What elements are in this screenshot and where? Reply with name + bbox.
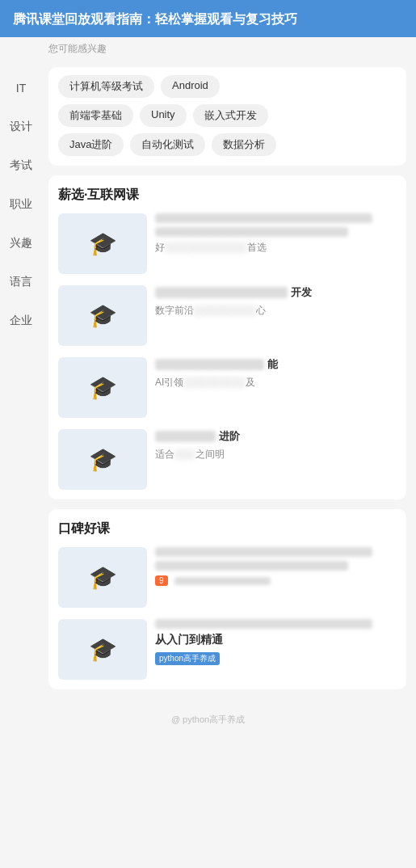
course-badge: 9 bbox=[155, 575, 168, 586]
course-thumbnail: 🎓 bbox=[58, 429, 147, 490]
course-title-suffix: 进阶 bbox=[219, 429, 240, 444]
course-item[interactable]: 🎓 进阶 适合░░░之间明 bbox=[58, 429, 397, 490]
course-info: 从入门到精通 python高手养成 bbox=[155, 619, 397, 665]
tag-computer-exam[interactable]: 计算机等级考试 bbox=[58, 75, 154, 98]
watermark: @ python高手养成 bbox=[0, 707, 416, 732]
subtitle-bar: 您可能感兴趣 bbox=[0, 37, 416, 59]
course-desc: 数字前沿░░░░░░░░░心 bbox=[155, 304, 397, 318]
course-item[interactable]: 🎓 开发 数字前沿░░░░░░░░░心 bbox=[58, 285, 397, 346]
sidebar-item-it[interactable]: IT bbox=[0, 69, 42, 107]
course-title-bar bbox=[155, 359, 264, 370]
salary-section: 薪选·互联网课 🎓 好░░░░░░░░░░░░首选 🎓 bbox=[48, 175, 406, 499]
course-desc: AI引领░░░░░░░░░及 bbox=[155, 376, 397, 390]
course-title-bar bbox=[155, 287, 288, 298]
course-thumb-icon: 🎓 bbox=[89, 374, 117, 401]
tag-frontend[interactable]: 前端零基础 bbox=[58, 104, 133, 127]
tag-row-3: Java进阶 自动化测试 数据分析 bbox=[58, 133, 397, 156]
sidebar-item-exam[interactable]: 考试 bbox=[0, 146, 42, 185]
course-title-bar bbox=[155, 619, 372, 629]
course-thumb-icon: 🎓 bbox=[89, 302, 117, 329]
course-item[interactable]: 🎓 9 bbox=[58, 547, 397, 608]
tag-android[interactable]: Android bbox=[161, 75, 220, 98]
course-title-row: 能 bbox=[155, 357, 397, 372]
sidebar-item-career[interactable]: 职业 bbox=[0, 185, 42, 224]
course-title-row: 进阶 bbox=[155, 429, 397, 444]
course-thumb-icon: 🎓 bbox=[89, 564, 117, 591]
header-banner: 腾讯课堂回放观看指南：轻松掌握观看与复习技巧 bbox=[0, 0, 416, 37]
popular-section-title: 口碑好课 bbox=[58, 520, 397, 537]
course-title-suffix: 能 bbox=[267, 357, 278, 372]
course-thumb-icon: 🎓 bbox=[89, 636, 117, 663]
sidebar-item-hobby[interactable]: 兴趣 bbox=[0, 224, 42, 263]
salary-section-title: 薪选·互联网课 bbox=[58, 187, 397, 204]
course-item[interactable]: 🎓 能 AI引领░░░░░░░░░及 bbox=[58, 357, 397, 418]
course-badge-row: 9 bbox=[155, 575, 397, 586]
course-info: 能 AI引领░░░░░░░░░及 bbox=[155, 357, 397, 390]
subtitle-text: 您可能感兴趣 bbox=[48, 43, 107, 54]
course-title-bar bbox=[155, 547, 372, 557]
course-thumbnail: 🎓 bbox=[58, 285, 147, 346]
sidebar-item-design[interactable]: 设计 bbox=[0, 107, 42, 146]
sidebar: IT 设计 考试 职业 兴趣 语言 企业 bbox=[0, 59, 42, 707]
course-info: 9 bbox=[155, 547, 397, 586]
tag-automation[interactable]: 自动化测试 bbox=[130, 133, 205, 156]
tag-unity[interactable]: Unity bbox=[140, 104, 187, 127]
course-info: 开发 数字前沿░░░░░░░░░心 bbox=[155, 285, 397, 318]
course-item[interactable]: 🎓 从入门到精通 python高手养成 bbox=[58, 619, 397, 680]
tag-embedded[interactable]: 嵌入式开发 bbox=[193, 104, 268, 127]
course-thumb-icon: 🎓 bbox=[89, 230, 117, 257]
course-title-bar bbox=[155, 213, 372, 223]
course-thumb-icon: 🎓 bbox=[89, 446, 117, 473]
course-info: 进阶 适合░░░之间明 bbox=[155, 429, 397, 461]
course-title-suffix: 开发 bbox=[291, 285, 312, 300]
course-thumbnail: 🎓 bbox=[58, 547, 147, 608]
tag-java[interactable]: Java进阶 bbox=[58, 133, 124, 156]
course-source-row: python高手养成 bbox=[155, 651, 397, 665]
course-title-visible: 从入门到精通 bbox=[155, 633, 397, 647]
content-area: 计算机等级考试 Android 前端零基础 Unity 嵌入式开发 Java进阶… bbox=[42, 59, 416, 707]
course-thumbnail: 🎓 bbox=[58, 619, 147, 680]
course-title-bar-2 bbox=[155, 227, 348, 237]
course-title-bar bbox=[155, 431, 216, 442]
course-item[interactable]: 🎓 好░░░░░░░░░░░░首选 bbox=[58, 213, 397, 274]
sidebar-item-enterprise[interactable]: 企业 bbox=[0, 301, 42, 340]
course-title-row: 开发 bbox=[155, 285, 397, 300]
tag-row-1: 计算机等级考试 Android bbox=[58, 75, 397, 98]
popular-section: 口碑好课 🎓 9 🎓 bbox=[48, 509, 406, 689]
course-thumbnail: 🎓 bbox=[58, 213, 147, 274]
tag-data[interactable]: 数据分析 bbox=[212, 133, 276, 156]
main-layout: IT 设计 考试 职业 兴趣 语言 企业 计算机等级考试 Android bbox=[0, 59, 416, 707]
course-desc: 适合░░░之间明 bbox=[155, 448, 397, 461]
course-thumbnail: 🎓 bbox=[58, 357, 147, 418]
badge-bar bbox=[174, 577, 271, 585]
sidebar-item-language[interactable]: 语言 bbox=[0, 263, 42, 301]
tags-section: 计算机等级考试 Android 前端零基础 Unity 嵌入式开发 Java进阶… bbox=[48, 67, 406, 166]
header-title: 腾讯课堂回放观看指南：轻松掌握观看与复习技巧 bbox=[13, 10, 403, 29]
tag-row-2: 前端零基础 Unity 嵌入式开发 bbox=[58, 104, 397, 127]
course-desc: 好░░░░░░░░░░░░首选 bbox=[155, 241, 397, 255]
course-title-bar-2 bbox=[155, 561, 348, 571]
course-info: 好░░░░░░░░░░░░首选 bbox=[155, 213, 397, 255]
course-source-badge: python高手养成 bbox=[155, 652, 220, 665]
